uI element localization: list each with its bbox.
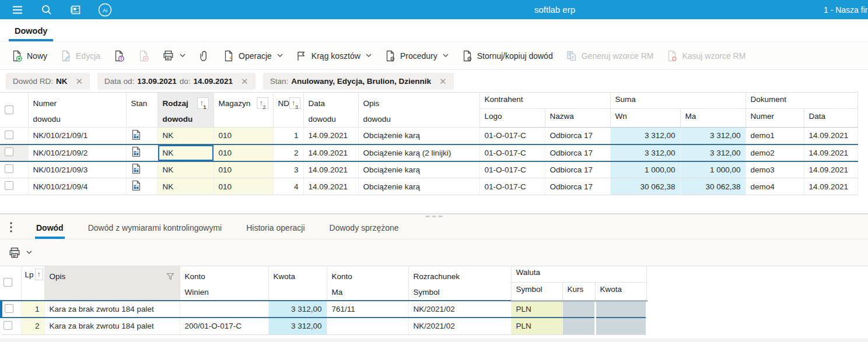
cell-waluta-kurs[interactable] [562,318,595,334]
cell-opis[interactable]: Obciążenie karą [358,128,480,144]
cell-logo[interactable]: 01-O-017-C [480,178,545,195]
select-all-checkbox[interactable] [4,278,12,287]
col-header-konto-ma[interactable]: KontoMa [327,266,408,301]
storno-copy-button[interactable]: Stornuj/kopiuj dowód [455,45,559,66]
col-header-waluta-symbol[interactable]: Symbol [511,282,562,301]
cell-rozrachunek[interactable]: NK/2021/02 [408,318,511,334]
cell-numer[interactable]: NK/010/21/09/1 [28,128,126,144]
cell-numer[interactable]: NK/010/21/09/3 [28,161,126,178]
cell-rodzaj[interactable]: NK [158,178,214,195]
cell-konto-ma[interactable]: 761/11 [327,301,408,318]
filter-chip-dowod[interactable]: Dowód RD: NK ✕ [6,73,90,90]
cell-opis[interactable]: Kara za brak zwrotu 184 palet [44,301,180,318]
cell-wn[interactable]: 3 312,00 [610,128,680,144]
cell-nazwa[interactable]: Odbiorca 17 [545,178,610,195]
filter-chip-data[interactable]: Data od: 13.09.2021 do: 14.09.2021 ✕ [97,73,256,90]
close-icon[interactable]: ✕ [76,77,83,86]
cell-wn[interactable]: 1 000,00 [610,161,680,178]
row-select-cell[interactable] [1,318,21,334]
table-row[interactable]: NK/010/21/09/3 NK 010 3 14.09.2021 Obcią… [0,161,858,178]
close-icon[interactable]: ✕ [241,77,249,86]
cell-magazyn[interactable]: 010 [214,128,273,144]
col-header-nd[interactable]: ND↑3 [273,93,303,128]
tab-dowod-z-wymiarami[interactable]: Dowód z wymiarami kontrolingowymi [87,217,223,239]
cell-stan[interactable] [126,128,158,144]
cell-nd[interactable]: 2 [273,144,303,161]
cell-dok-data[interactable]: 14.09.2021 [804,144,858,161]
row-select-cell[interactable] [0,178,28,195]
cell-dok-data[interactable]: 14.09.2021 [804,178,858,195]
col-header-opis[interactable]: Opis [44,266,180,301]
cell-opis[interactable]: Obciążenie karą [358,161,480,178]
ai-assistant-icon[interactable]: Ai [97,2,113,17]
kebab-menu-icon[interactable] [9,221,13,233]
filter-funnel-icon[interactable] [166,272,175,281]
col-header-numer-dowodu[interactable]: Numerdowodu [28,93,126,128]
col-header-opis-dowodu[interactable]: Opisdowodu [358,93,480,128]
row-checkbox[interactable] [5,304,13,313]
row-checkbox[interactable] [5,147,13,156]
cell-waluta-kurs[interactable] [562,301,595,318]
news-icon[interactable] [68,2,83,17]
cell-nazwa[interactable]: Odbiorca 17 [545,128,610,144]
cell-data[interactable]: 14.09.2021 [303,161,358,178]
cell-ma[interactable]: 1 000,00 [680,161,746,178]
row-checkbox[interactable] [5,164,13,173]
table-row-selected[interactable]: NK/010/21/09/2 NK 010 2 14.09.2021 Obcią… [0,144,858,161]
detail-print-button[interactable] [6,242,34,263]
attachment-button[interactable] [192,45,216,66]
cell-konto-ma[interactable] [327,318,408,334]
tab-dowod[interactable]: Dowód [35,217,65,239]
col-header-logo[interactable]: Logo [480,109,545,128]
cell-ma[interactable]: 3 312,00 [680,128,746,144]
cell-data[interactable]: 14.09.2021 [303,144,358,161]
tab-dowody-sprzezone[interactable]: Dowody sprzężone [328,217,400,239]
cell-data[interactable]: 14.09.2021 [303,128,358,144]
detail-row[interactable]: 2 Kara za brak zwrotu 184 palet 200/01-O… [1,318,646,334]
cell-waluta-kwota[interactable] [595,301,646,318]
cell-nazwa[interactable]: Odbiorca 17 [545,144,610,161]
operations-button[interactable]: Operacje [216,45,289,66]
cell-nd[interactable]: 3 [273,161,303,178]
tab-historia-operacji[interactable]: Historia operacji [245,217,306,239]
cell-waluta-symbol[interactable]: PLN [511,301,562,318]
filter-chip-stan[interactable]: Stan: Anulowany, Edycja, Brulion, Dzienn… [263,73,454,90]
cell-stan[interactable] [126,178,158,195]
cell-dok-numer[interactable]: demo4 [746,178,804,195]
cell-konto-winien[interactable] [180,301,268,318]
row-checkbox[interactable] [5,131,13,139]
procedures-button[interactable]: Procedury [378,45,455,66]
hamburger-menu-icon[interactable] [10,2,25,17]
new-button[interactable]: Nowy [5,45,54,66]
select-all-checkbox[interactable] [5,105,13,114]
splitter-drag-handle[interactable] [426,216,443,217]
row-select-cell[interactable] [1,301,21,318]
col-header-ma[interactable]: Ma [680,109,746,128]
col-header-dok-data[interactable]: Data [804,109,858,128]
cell-nd[interactable]: 4 [273,178,303,195]
horizontal-scrollbar-track[interactable] [0,339,868,342]
cell-stan[interactable] [126,161,158,178]
col-header-waluta-kwota[interactable]: Kwota [595,282,646,301]
cell-logo[interactable]: 01-O-017-C [480,161,545,178]
cell-lp[interactable]: 1 [21,301,44,318]
cell-lp[interactable]: 2 [21,318,44,334]
cell-wn[interactable]: 3 312,00 [610,144,680,161]
row-checkbox[interactable] [5,181,13,190]
cell-rodzaj-focused[interactable]: NK [158,144,214,161]
company-name[interactable]: 1 - Nasza fir [824,5,867,15]
cell-waluta-kwota[interactable] [595,318,646,334]
cell-dok-numer[interactable]: demo1 [746,128,804,144]
cell-ma[interactable]: 3 312,00 [680,144,746,161]
col-header-nazwa[interactable]: Nazwa [545,109,610,128]
cell-numer[interactable]: NK/010/21/09/2 [28,144,126,161]
cell-opis[interactable]: Obciążenie karą (2 linijki) [358,144,480,161]
tab-dowody[interactable]: Dowody [9,21,53,41]
row-select-cell[interactable] [0,161,28,178]
cell-magazyn[interactable]: 010 [214,178,273,195]
cell-ma[interactable]: 30 062,38 [680,178,746,195]
col-header-dok-numer[interactable]: Numer [746,109,804,128]
cell-nazwa[interactable]: Odbiorca 17 [545,161,610,178]
cell-numer[interactable]: NK/010/21/09/4 [28,178,126,195]
print-button[interactable] [156,45,192,66]
